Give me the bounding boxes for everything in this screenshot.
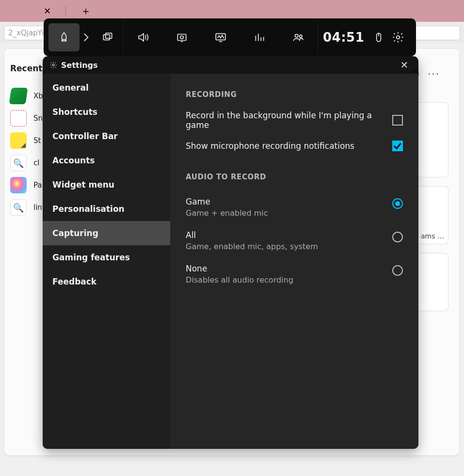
radio[interactable] (392, 232, 403, 242)
svg-rect-0 (103, 35, 110, 40)
resources-widget-button[interactable] (244, 23, 275, 51)
svg-rect-2 (177, 34, 186, 41)
radio-desc: Game, enabled mic, apps, system (186, 242, 318, 251)
widget-home-button[interactable] (48, 23, 80, 51)
snip-icon (10, 110, 27, 127)
recent-item-label: Xb (33, 92, 43, 100)
nav-item-shortcuts[interactable]: Shortcuts (43, 100, 170, 124)
search-icon: 🔍 (10, 155, 27, 171)
paint-icon (10, 177, 27, 193)
tab-separator (65, 6, 66, 16)
sticky-icon (10, 132, 27, 149)
camera-widget-button[interactable] (166, 23, 197, 51)
performance-widget-button[interactable] (205, 23, 236, 51)
section-title-audio: AUDIO TO RECORD (186, 173, 403, 181)
capture-widget-button[interactable] (92, 23, 123, 51)
radio[interactable] (392, 198, 403, 209)
clock-display: 04:51 (323, 30, 364, 45)
recent-item-label: lin (33, 203, 42, 212)
gear-icon (49, 61, 57, 69)
close-icon[interactable]: ✕ (397, 59, 412, 71)
settings-content: RECORDING Record in the background while… (170, 74, 418, 449)
svg-rect-4 (216, 33, 225, 40)
mouse-indicator-icon[interactable] (369, 23, 388, 51)
recent-heading: Recent (10, 63, 42, 73)
recent-item-label: Sn (33, 114, 43, 123)
gamebar-settings-panel: Settings ✕ General Shortcuts Controller … (43, 56, 418, 449)
audio-option-game[interactable]: Game Game + enabled mic (186, 197, 403, 218)
tab-close-icon[interactable]: ✕ (44, 6, 51, 16)
new-tab-icon[interactable]: ＋ (80, 4, 91, 18)
svg-point-3 (180, 36, 184, 39)
option-label: Show microphone recording notifications (186, 141, 354, 151)
svg-rect-1 (106, 33, 112, 38)
settings-nav: General Shortcuts Controller Bar Account… (43, 74, 170, 449)
audio-option-none[interactable]: None Disables all audio recording (186, 264, 403, 285)
audio-radio-group: Game Game + enabled mic All Game, enable… (186, 197, 403, 285)
nav-item-capturing[interactable]: Capturing (43, 221, 170, 245)
nav-item-gaming-features[interactable]: Gaming features (43, 245, 170, 270)
toolbar-separator (318, 18, 318, 56)
svg-point-5 (295, 34, 299, 38)
audio-widget-button[interactable] (128, 23, 159, 51)
recent-item-label: cl (33, 159, 39, 167)
card-caption: ams … (421, 232, 444, 240)
svg-point-10 (52, 64, 54, 66)
svg-point-6 (300, 35, 302, 37)
radio[interactable] (392, 265, 403, 276)
checkbox[interactable] (392, 115, 403, 126)
nav-item-general[interactable]: General (43, 76, 170, 100)
radio-desc: Game + enabled mic (186, 208, 268, 218)
nav-item-accounts[interactable]: Accounts (43, 148, 170, 173)
search-icon: 🔍 (10, 199, 27, 216)
more-icon[interactable]: ··· (428, 68, 440, 80)
recent-item-label: St (33, 136, 41, 145)
radio-title: None (186, 264, 293, 273)
option-label: Record in the background while I'm playi… (186, 111, 392, 130)
xbox-icon (9, 88, 28, 104)
option-mic-notifications[interactable]: Show microphone recording notifications (186, 141, 403, 151)
nav-item-feedback[interactable]: Feedback (43, 270, 170, 294)
nav-item-controller-bar[interactable]: Controller Bar (43, 124, 170, 148)
settings-titlebar: Settings ✕ (43, 56, 418, 74)
section-title-recording: RECORDING (186, 90, 403, 99)
radio-desc: Disables all audio recording (186, 275, 293, 285)
social-widget-button[interactable] (283, 23, 314, 51)
recent-item-label: Pa (33, 181, 42, 190)
svg-point-9 (397, 36, 400, 39)
gamebar-toolbar: 04:51 (44, 18, 416, 56)
nav-item-personalisation[interactable]: Personalisation (43, 197, 170, 221)
settings-title: Settings (61, 61, 98, 70)
chevron-right-icon[interactable] (80, 31, 92, 44)
audio-option-all[interactable]: All Game, enabled mic, apps, system (186, 230, 403, 251)
nav-item-widget-menu[interactable]: Widget menu (43, 173, 170, 197)
radio-title: Game (186, 197, 268, 206)
toolbar-widget-strip (124, 18, 318, 56)
gamebar-settings-button[interactable] (388, 23, 408, 51)
option-background-record[interactable]: Record in the background while I'm playi… (186, 111, 403, 130)
checkbox[interactable] (392, 141, 403, 151)
radio-title: All (186, 230, 318, 240)
